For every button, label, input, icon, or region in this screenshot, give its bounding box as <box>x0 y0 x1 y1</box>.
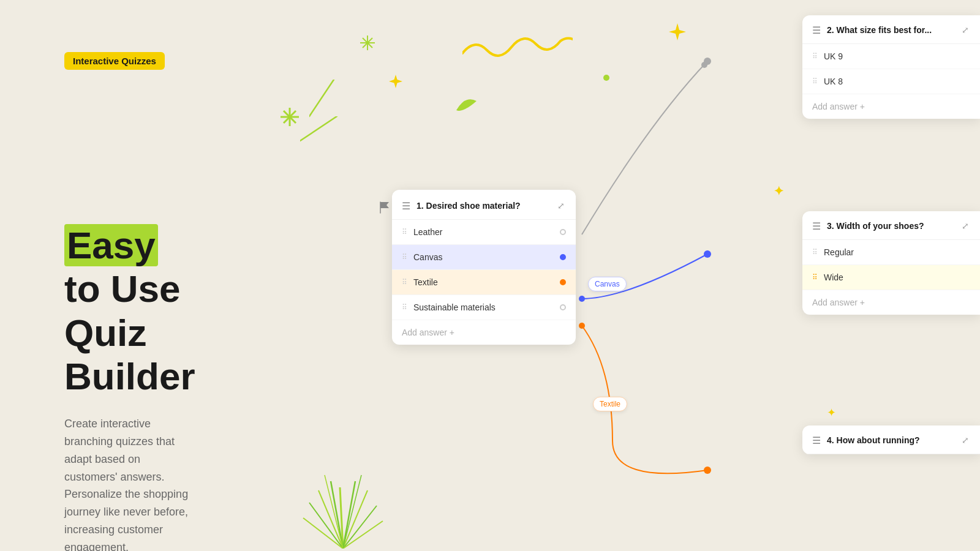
answer-textile-label: Textile <box>413 277 438 287</box>
drag-dots: ⠿ <box>402 228 407 236</box>
textile-connection-label: Textile <box>593 397 627 411</box>
answer-wide[interactable]: ⠿ Wide <box>802 265 980 290</box>
svg-line-3 <box>363 38 372 48</box>
answer-canvas-label: Canvas <box>413 252 442 262</box>
left-content: Interactive Quizzes Easy to Use Quiz Bui… <box>64 52 165 241</box>
answer-regular[interactable]: ⠿ Regular <box>802 240 980 265</box>
badge: Interactive Quizzes <box>64 52 165 70</box>
svg-line-2 <box>363 38 372 48</box>
hero-title-highlight: Easy <box>64 224 158 266</box>
answer-wide-label: Wide <box>824 272 843 282</box>
drag-dots-wide: ⠿ <box>812 273 818 282</box>
svg-point-14 <box>704 58 711 65</box>
drag-dots-sustainable: ⠿ <box>402 303 407 312</box>
main-card-title: 1. Desired shoe material? <box>417 201 521 211</box>
expand-button-3[interactable]: ⤢ <box>960 220 970 232</box>
card-running-title: 4. How about running? <box>827 435 920 445</box>
answer-canvas[interactable]: ⠿ Canvas <box>392 245 576 270</box>
answer-uk9[interactable]: ⠿ UK 9 <box>802 44 980 69</box>
svg-line-9 <box>284 111 296 123</box>
svg-point-16 <box>704 250 711 258</box>
svg-marker-4 <box>669 23 686 40</box>
card-size: ☰ 2. What size fits best for... ⤢ ⠿ UK 9… <box>802 15 980 119</box>
list-icon-3: ☰ <box>812 220 821 232</box>
list-icon: ☰ <box>402 200 410 212</box>
svg-point-18 <box>704 467 711 474</box>
add-answer-width[interactable]: Add answer + <box>802 290 980 315</box>
add-answer-main[interactable]: Add answer + <box>392 320 576 345</box>
drag-dots-uk8: ⠿ <box>812 77 818 86</box>
main-quiz-card: ☰ 1. Desired shoe material? ⤢ ⠿ Leather … <box>392 190 576 345</box>
answer-uk9-label: UK 9 <box>824 51 843 61</box>
flag-icon <box>379 201 391 217</box>
svg-point-17 <box>579 323 585 329</box>
card-size-title: 2. What size fits best for... <box>827 25 932 35</box>
card-width-title: 3. Width of your shoes? <box>827 221 924 231</box>
add-answer-size[interactable]: Add answer + <box>802 94 980 119</box>
svg-point-15 <box>579 296 585 302</box>
svg-point-12 <box>603 75 609 81</box>
drag-dots-regular: ⠿ <box>812 248 818 257</box>
card-running: ☰ 4. How about running? ⤢ <box>802 425 980 454</box>
card-size-header: ☰ 2. What size fits best for... ⤢ <box>802 15 980 44</box>
svg-line-11 <box>300 116 337 141</box>
hero-description: Create interactive branching quizzes tha… <box>64 415 195 551</box>
hero-title: Easy to Use Quiz Builder <box>64 223 195 398</box>
main-card-header: ☰ 1. Desired shoe material? ⤢ <box>392 190 576 220</box>
svg-marker-5 <box>389 75 402 88</box>
drag-dots-canvas: ⠿ <box>402 253 407 261</box>
answer-sustainable-label: Sustainable materials <box>413 302 496 312</box>
card-width-header: ☰ 3. Width of your shoes? ⤢ <box>802 211 980 240</box>
answer-uk8[interactable]: ⠿ UK 8 <box>802 69 980 94</box>
expand-button-2[interactable]: ⤢ <box>960 24 970 36</box>
expand-button[interactable]: ⤢ <box>556 200 566 212</box>
drag-dots-uk9: ⠿ <box>812 52 818 61</box>
list-icon-2: ☰ <box>812 24 821 36</box>
card-running-header: ☰ 4. How about running? ⤢ <box>802 425 980 454</box>
answer-leather[interactable]: ⠿ Leather <box>392 220 576 245</box>
expand-button-4[interactable]: ⤢ <box>960 434 970 446</box>
hero-section: Easy to Use Quiz Builder Create interact… <box>64 223 195 551</box>
canvas-connection-label: Canvas <box>588 277 627 291</box>
drag-dots-textile: ⠿ <box>402 278 407 287</box>
answer-sustainable[interactable]: ⠿ Sustainable materials <box>392 295 576 320</box>
answer-uk8-label: UK 8 <box>824 77 843 86</box>
answer-leather-label: Leather <box>413 227 442 237</box>
svg-point-13 <box>701 62 707 68</box>
answer-regular-label: Regular <box>824 247 854 257</box>
list-icon-4: ☰ <box>812 435 821 446</box>
svg-line-10 <box>309 80 334 116</box>
card-width: ☰ 3. Width of your shoes? ⤢ ⠿ Regular ⠿ … <box>802 211 980 315</box>
answer-textile[interactable]: ⠿ Textile <box>392 270 576 295</box>
svg-line-8 <box>284 111 296 123</box>
